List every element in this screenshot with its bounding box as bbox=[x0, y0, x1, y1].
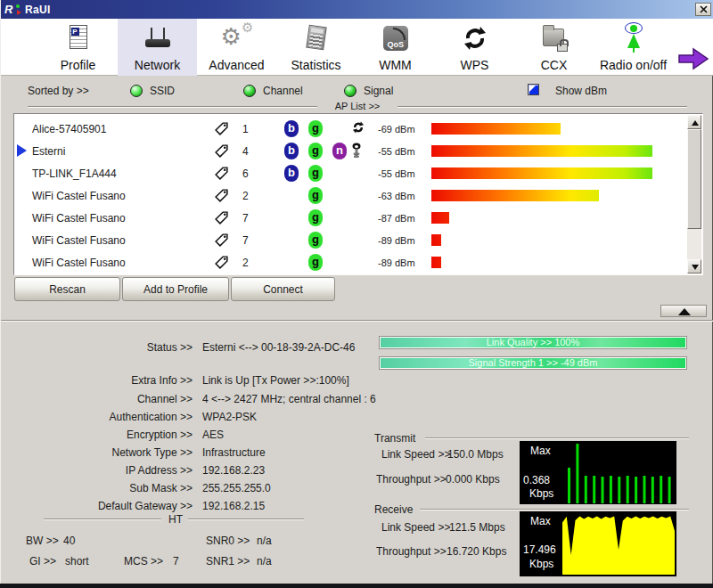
toolbar-item-advanced[interactable]: ⚙⚙ Advanced bbox=[197, 19, 276, 76]
toolbar-item-radio-onoff[interactable]: Radio on/off bbox=[594, 19, 673, 76]
key-icon bbox=[351, 143, 362, 163]
ap-ssid: WiFi Castel Fusano bbox=[32, 257, 126, 269]
rx-area bbox=[562, 513, 675, 575]
tx-throughput-value: 0.000 Kbps bbox=[446, 473, 500, 486]
transmit-line bbox=[425, 437, 689, 438]
ap-dbm: -69 dBm bbox=[378, 124, 415, 135]
snr1-label: SNR1 >> bbox=[206, 555, 250, 568]
ap-row-castel-2[interactable]: WiFi Castel Fusano 7 g -87 dBm bbox=[14, 207, 688, 229]
channel-tag-icon bbox=[214, 210, 229, 229]
main-toolbar: P Profile Network ⚙⚙ Advanced Statistics… bbox=[1, 19, 713, 76]
ip-address-label: IP Address >> bbox=[1, 464, 193, 477]
extra-info-value: Link is Up [Tx Power >>:100%] bbox=[202, 374, 349, 387]
signal-bar bbox=[431, 167, 652, 179]
tx-peak-value: 0.368 bbox=[523, 474, 550, 486]
scrollbar-thumb[interactable] bbox=[687, 129, 701, 229]
encryption-value: AES bbox=[202, 429, 224, 441]
toolbar-item-network[interactable]: Network bbox=[118, 19, 197, 76]
signal-bar bbox=[431, 190, 599, 201]
sort-by-ssid-button[interactable]: SSID bbox=[130, 82, 175, 100]
toolbar-item-wmm[interactable]: QoS WMM bbox=[356, 19, 435, 76]
signal-strength-bar: Signal Strength 1 >> -49 dBm bbox=[379, 356, 687, 370]
green-orb-icon bbox=[344, 85, 356, 97]
toolbar-item-profile[interactable]: P Profile bbox=[38, 19, 118, 76]
mode-b-badge: b bbox=[284, 143, 299, 159]
rx-throughput-label: Throughput >> bbox=[376, 545, 447, 558]
network-icon bbox=[143, 23, 173, 53]
ap-dbm: -89 dBm bbox=[378, 235, 415, 246]
collapse-panel-button[interactable] bbox=[660, 305, 707, 317]
radio-antenna-icon bbox=[619, 23, 649, 53]
show-dbm-checkbox[interactable] bbox=[528, 84, 539, 95]
mode-g-badge: g bbox=[308, 120, 323, 137]
window-title: RaUI bbox=[25, 4, 51, 16]
close-button[interactable] bbox=[695, 3, 711, 16]
folder-lock-icon bbox=[539, 23, 570, 53]
authentication-label: Authentication >> bbox=[1, 411, 193, 423]
rx-throughput-value: 16.720 Kbps bbox=[447, 545, 506, 558]
app-logo-icon: R bbox=[4, 3, 18, 16]
transmit-chart: Max 0.368 Kbps bbox=[520, 441, 676, 504]
add-to-profile-button[interactable]: Add to Profile bbox=[122, 277, 229, 301]
ap-row-tplink[interactable]: TP-LINK_F1A444 6 b g -55 dBm bbox=[14, 162, 688, 184]
ap-list-scrollbar bbox=[687, 115, 701, 274]
wps-icon bbox=[351, 120, 365, 138]
rx-peak-value: 17.496 bbox=[523, 543, 556, 556]
mcs-label: MCS >> bbox=[124, 555, 163, 568]
ap-dbm: -87 dBm bbox=[378, 213, 415, 224]
scroll-up-button[interactable] bbox=[687, 115, 701, 129]
ap-row-esterni-selected[interactable]: Esterni 4 b g n -55 dBm bbox=[14, 140, 688, 162]
status-value: Esterni <--> 00-18-39-2A-DC-46 bbox=[202, 341, 355, 354]
status-label: Status >> bbox=[1, 341, 193, 354]
mode-g-badge: g bbox=[308, 254, 323, 271]
ap-channel: 2 bbox=[242, 190, 249, 202]
sort-by-channel-button[interactable]: Channel bbox=[243, 82, 303, 100]
connect-button[interactable]: Connect bbox=[231, 277, 335, 301]
sub-mask-value: 255.255.255.0 bbox=[202, 482, 271, 494]
rescan-button[interactable]: Rescan bbox=[14, 277, 120, 301]
green-orb-icon bbox=[130, 85, 143, 97]
tx-max-label: Max bbox=[530, 445, 551, 457]
ap-dbm: -55 dBm bbox=[378, 168, 415, 179]
gears-icon: ⚙⚙ bbox=[222, 23, 252, 53]
mode-g-badge: g bbox=[308, 187, 323, 204]
ap-row-castel-1[interactable]: WiFi Castel Fusano 2 g -63 dBm bbox=[14, 184, 688, 207]
up-arrow-icon bbox=[692, 120, 699, 126]
receive-chart: Max 17.496 Kbps bbox=[520, 511, 676, 576]
network-type-value: Infrastructure bbox=[202, 446, 266, 459]
close-icon bbox=[700, 5, 708, 13]
tx-bars bbox=[566, 444, 675, 503]
gi-value: short bbox=[65, 555, 89, 568]
ap-list-divider: AP List >> bbox=[1, 101, 713, 112]
toolbar-item-statistics[interactable]: Statistics bbox=[276, 19, 356, 76]
channel-value: 4 <--> 2427 MHz; central channel : 6 bbox=[202, 393, 376, 405]
ap-ssid: WiFi Castel Fusano bbox=[32, 190, 126, 202]
rx-max-label: Max bbox=[530, 515, 551, 527]
toolbar-item-wps[interactable]: WPS bbox=[435, 19, 514, 76]
ap-dbm: -55 dBm bbox=[378, 146, 415, 157]
calculator-icon bbox=[301, 23, 332, 53]
sort-by-signal-button[interactable]: Signal bbox=[344, 82, 393, 100]
authentication-value: WPA2-PSK bbox=[202, 411, 257, 423]
ap-row-castel-3[interactable]: WiFi Castel Fusano 7 g -89 dBm bbox=[14, 229, 688, 251]
mcs-value: 7 bbox=[173, 555, 179, 568]
toolbar-item-ccx[interactable]: CCX bbox=[514, 19, 594, 76]
ap-ssid: WiFi Castel Fusano bbox=[32, 212, 126, 225]
ap-dbm: -63 dBm bbox=[378, 191, 415, 201]
ap-row-alice[interactable]: Alice-57405901 1 b g -69 dBm bbox=[14, 118, 688, 140]
ap-ssid: Esterni bbox=[32, 145, 65, 158]
ap-row-castel-4[interactable]: WiFi Castel Fusano 2 g -89 dBm bbox=[14, 251, 688, 274]
channel-label: Channel >> bbox=[1, 393, 193, 405]
ht-divider-line bbox=[44, 519, 161, 519]
signal-bar bbox=[431, 123, 561, 135]
mode-g-badge: g bbox=[308, 232, 323, 249]
sub-mask-label: Sub Mask >> bbox=[1, 482, 193, 494]
ap-ssid: Alice-57405901 bbox=[32, 123, 106, 135]
default-gateway-label: Default Gateway >> bbox=[1, 500, 193, 512]
ap-ssid: TP-LINK_F1A444 bbox=[32, 167, 117, 180]
snr0-value: n/a bbox=[257, 535, 272, 547]
next-page-arrow-button[interactable] bbox=[677, 47, 709, 70]
link-quality-bar: Link Quality >> 100% bbox=[379, 336, 687, 349]
scroll-down-button[interactable] bbox=[687, 259, 701, 274]
rx-link-speed-value: 121.5 Mbps bbox=[449, 521, 505, 534]
